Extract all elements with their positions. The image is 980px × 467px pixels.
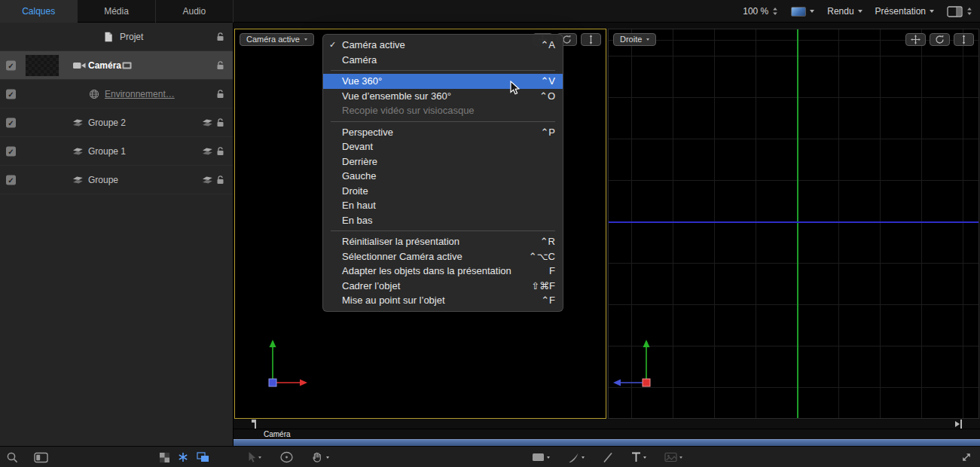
mouse-cursor <box>509 81 520 96</box>
group-icon <box>72 118 84 127</box>
hand-tool[interactable] <box>312 451 329 463</box>
adjust-icon <box>279 451 294 463</box>
adjust-tool[interactable] <box>279 451 294 463</box>
play-range-end-marker[interactable] <box>955 420 963 429</box>
layer-row[interactable]: ✓Groupe 2 <box>0 108 233 137</box>
lock-icon[interactable] <box>216 118 224 127</box>
orbit-3d-button[interactable] <box>930 33 950 46</box>
lock-icon[interactable] <box>216 32 224 41</box>
camera-icon <box>72 60 87 70</box>
brush-icon <box>568 452 579 463</box>
menu-item[interactable]: Vue 360°⌃V <box>323 74 563 89</box>
layer-checkbox[interactable]: ✓ <box>6 118 16 127</box>
menu-item[interactable]: Mise au point sur l’objet⌃F <box>323 293 563 308</box>
view-dropdown-right[interactable]: Droite <box>613 33 656 46</box>
dolly-3d-button[interactable] <box>954 33 974 46</box>
menu-item[interactable]: Derrière <box>323 154 563 169</box>
checkerboard-icon[interactable] <box>160 453 169 462</box>
timeline-scrubber[interactable] <box>234 419 980 429</box>
layer-row[interactable]: ✓Caméra <box>0 51 233 80</box>
line-icon <box>603 452 613 463</box>
flower-icon[interactable] <box>178 452 188 462</box>
lock-icon[interactable] <box>216 146 224 156</box>
line-tool[interactable] <box>603 452 613 463</box>
menu-item[interactable]: Réinitialiser la présentation⌃R <box>323 234 563 249</box>
frame-icon[interactable] <box>34 452 48 463</box>
menu-item[interactable]: Adapter les objets dans la présentationF <box>323 264 563 279</box>
menu-item: Recopie vidéo sur visiocasque <box>323 103 563 118</box>
lock-icon[interactable] <box>216 60 224 70</box>
menu-item-shortcut: F <box>549 265 555 276</box>
tab-audio[interactable]: Audio <box>156 0 234 23</box>
rect-tool-tool[interactable] <box>532 452 550 462</box>
chevron-down-icon <box>810 10 814 13</box>
mini-timeline: Caméra <box>234 419 980 446</box>
menu-separator <box>331 70 555 71</box>
color-swatch-control[interactable] <box>791 7 814 17</box>
rendu-dropdown[interactable]: Rendu <box>827 6 862 17</box>
panel-footer-icons <box>6 447 48 467</box>
layer-checkbox[interactable]: ✓ <box>6 175 16 185</box>
menu-item-label: Droite <box>342 185 555 197</box>
menu-item-shortcut: ⇧⌘F <box>531 280 555 291</box>
tab-calques[interactable]: Calques <box>0 0 78 23</box>
menu-item-shortcut: ⌃R <box>540 236 555 247</box>
group-icon[interactable] <box>202 147 213 155</box>
pane-layout-control[interactable] <box>947 6 972 17</box>
motion-app-window: { "topbar": { "tabs": [ {"label": "Calqu… <box>0 0 980 467</box>
menu-item[interactable]: Caméra <box>323 53 563 68</box>
menu-item[interactable]: ✓Caméra active⌃A <box>323 38 563 53</box>
layer-row[interactable]: Projet <box>0 23 233 51</box>
menu-item[interactable]: Perspective⌃P <box>323 125 563 140</box>
bottom-toolbar <box>0 446 980 467</box>
play-range-start-marker[interactable] <box>252 420 259 429</box>
view-3d-tools <box>905 33 974 46</box>
menu-item-shortcut: ⌃A <box>540 39 555 50</box>
chevron-down-icon <box>930 10 934 13</box>
group-icon[interactable] <box>202 176 213 184</box>
image-tool-tool[interactable] <box>664 452 682 462</box>
transform-tools <box>247 447 329 467</box>
orbit-3d-icon <box>935 35 945 44</box>
menu-item[interactable]: Vue d’ensemble sur 360°⌃O <box>323 89 563 104</box>
timeline-track-bar[interactable] <box>234 439 980 446</box>
move-3d-button[interactable] <box>905 33 926 46</box>
viewport-droite[interactable]: Droite <box>608 29 979 419</box>
select-arrow-icon <box>247 451 256 463</box>
layer-checkbox[interactable]: ✓ <box>6 60 16 70</box>
tab-média[interactable]: Média <box>78 0 155 23</box>
text-tool-tool[interactable] <box>631 452 646 462</box>
group-icon[interactable] <box>202 118 213 127</box>
menu-item[interactable]: Sélectionner Caméra active⌃⌥C <box>323 249 563 264</box>
layer-row[interactable]: ✓Environnement… <box>0 80 233 108</box>
search-icon[interactable] <box>6 451 19 464</box>
presentation-dropdown[interactable]: Présentation <box>875 6 934 17</box>
select-arrow-tool[interactable] <box>247 451 261 463</box>
menu-item[interactable]: Cadrer l’objet⇧⌘F <box>323 279 563 294</box>
menu-item[interactable]: Devant <box>323 139 563 154</box>
creation-tools <box>532 447 682 467</box>
menu-item-label: En haut <box>342 200 555 211</box>
lock-icon[interactable] <box>216 175 224 185</box>
zoom-control[interactable]: 100 % <box>743 6 778 17</box>
layers-list: Projet✓Caméra✓Environnement…✓Groupe 2✓Gr… <box>0 23 233 194</box>
layer-checkbox[interactable]: ✓ <box>6 146 16 156</box>
view-dropdown-left[interactable]: Caméra active <box>240 33 314 46</box>
layer-row[interactable]: ✓Groupe 1 <box>0 137 233 166</box>
lock-icon[interactable] <box>216 89 224 99</box>
menu-item[interactable]: Gauche <box>323 169 563 184</box>
resize-icon[interactable] <box>960 451 972 463</box>
dolly-3d-button[interactable] <box>581 33 601 46</box>
menu-item[interactable]: Droite <box>323 184 563 199</box>
panes-icon[interactable] <box>197 452 209 462</box>
view-dropdown-label: Caméra active <box>246 35 300 44</box>
brush-tool[interactable] <box>568 452 585 463</box>
layer-row[interactable]: ✓Groupe <box>0 166 233 194</box>
sidebar-tabs: CalquesMédiaAudio <box>0 0 234 23</box>
menu-item-label: Cadrer l’objet <box>342 280 522 291</box>
menu-item[interactable]: En haut <box>323 198 563 213</box>
menu-item[interactable]: En bas <box>323 213 563 228</box>
menu-item-shortcut: ⌃P <box>540 127 555 138</box>
layer-checkbox[interactable]: ✓ <box>6 89 16 99</box>
menu-item-label: Caméra active <box>342 39 531 50</box>
